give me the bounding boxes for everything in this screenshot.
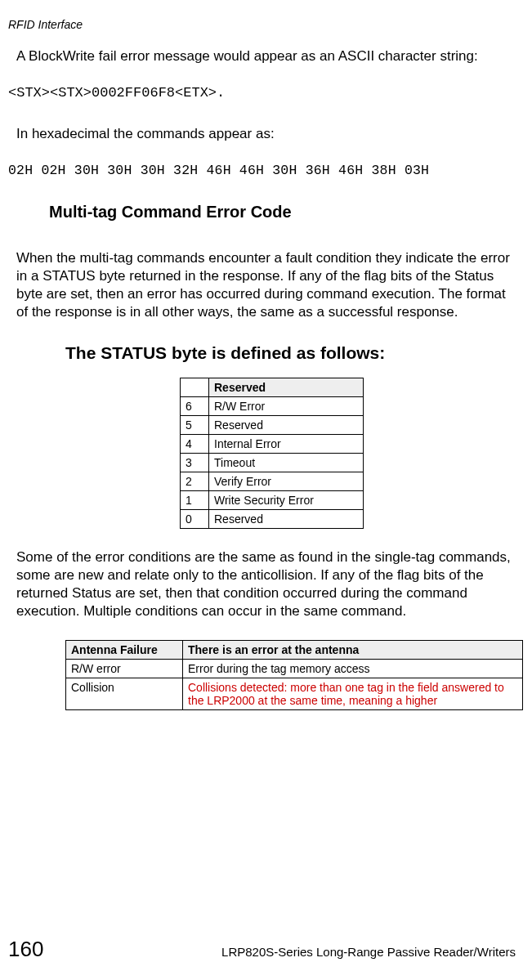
bit-number: 0 <box>181 509 209 528</box>
errors-head-left: Antenna Failure <box>66 640 183 659</box>
error-name: Collision <box>66 678 183 709</box>
document-title: LRP820S-Series Long-Range Passive Reader… <box>76 945 516 959</box>
status-byte-table: Reserved 6 R/W Error 5 Reserved 4 Intern… <box>180 378 364 529</box>
page-number: 160 <box>8 937 43 962</box>
table-header-reserved: Reserved <box>209 378 364 396</box>
paragraph-error-conditions: Some of the error conditions are the sam… <box>16 548 516 620</box>
running-header: RFID Interface <box>8 18 516 31</box>
bit-number: 4 <box>181 434 209 453</box>
errors-table: Antenna Failure There is an error at the… <box>65 640 523 710</box>
errors-head-right: There is an error at the antenna <box>183 640 523 659</box>
bit-label: Write Security Error <box>209 490 364 509</box>
paragraph-multitag-desc: When the multi-tag commands encounter a … <box>16 249 516 321</box>
page-footer: 160 LRP820S-Series Long-Range Passive Re… <box>0 937 516 962</box>
table-row: 6 R/W Error <box>181 396 364 415</box>
bit-label: Internal Error <box>209 434 364 453</box>
paragraph-hex-intro: In hexadecimal the commands appear as: <box>16 125 516 143</box>
table-row: 0 Reserved <box>181 509 364 528</box>
paragraph-blockwrite-intro: A BlockWrite fail error message would ap… <box>16 47 516 65</box>
table-header-blank <box>181 378 209 396</box>
subsection-heading: The STATUS byte is defined as follows: <box>65 343 516 363</box>
table-row: R/W error Error during the tag memory ac… <box>66 659 523 678</box>
table-row: 5 Reserved <box>181 415 364 434</box>
bit-number: 1 <box>181 490 209 509</box>
table-row: Collision Collisions detected: more than… <box>66 678 523 709</box>
bit-label: Reserved <box>209 415 364 434</box>
error-name: R/W error <box>66 659 183 678</box>
code-ascii-string: <STX><STX>0002FF06F8<ETX>. <box>8 85 516 101</box>
table-row: 2 Verify Error <box>181 472 364 490</box>
table-header-row: Reserved <box>181 378 364 396</box>
table-row: 3 Timeout <box>181 453 364 472</box>
error-desc: Error during the tag memory access <box>183 659 523 678</box>
table-row: 4 Internal Error <box>181 434 364 453</box>
bit-label: Verify Error <box>209 472 364 490</box>
bit-number: 3 <box>181 453 209 472</box>
code-hex-string: 02H 02H 30H 30H 30H 32H 46H 46H 30H 36H … <box>8 163 516 178</box>
table-header-row: Antenna Failure There is an error at the… <box>66 640 523 659</box>
bit-label: Timeout <box>209 453 364 472</box>
page-container: RFID Interface A BlockWrite fail error m… <box>0 0 532 980</box>
table-row: 1 Write Security Error <box>181 490 364 509</box>
bit-number: 6 <box>181 396 209 415</box>
bit-label: R/W Error <box>209 396 364 415</box>
bit-number: 2 <box>181 472 209 490</box>
bit-number: 5 <box>181 415 209 434</box>
bit-label: Reserved <box>209 509 364 528</box>
error-desc: Collisions detected: more than one tag i… <box>183 678 523 709</box>
section-heading: Multi-tag Command Error Code <box>49 203 516 222</box>
